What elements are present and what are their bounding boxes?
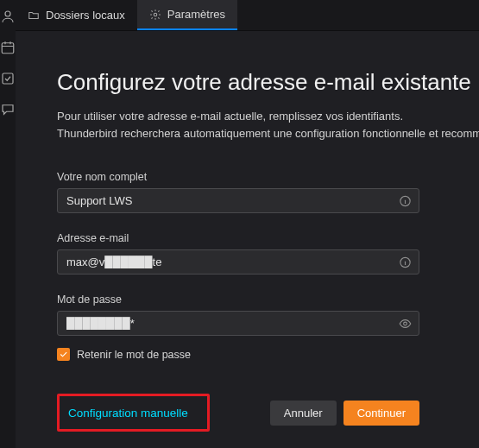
info-icon[interactable] [399,194,412,207]
field-email: Adresse e-mail [57,232,419,274]
tab-label: Paramètres [167,8,225,21]
content: Configurez votre adresse e-mail existant… [16,31,479,448]
full-name-input[interactable] [57,188,419,213]
description-line: Pour utiliser votre adresse e-mail actue… [57,108,479,125]
cancel-button[interactable]: Annuler [270,401,337,426]
tab-settings[interactable]: Paramètres [137,0,237,30]
gear-icon [149,9,161,21]
email-label: Adresse e-mail [57,232,419,244]
checkbox-checked-icon[interactable] [57,348,70,361]
manual-config-link[interactable]: Configuration manuelle [68,407,188,420]
tabbar: Dossiers locaux Paramètres [16,0,479,31]
folder-icon [28,9,40,22]
activity-rail [0,0,16,448]
svg-rect-1 [2,43,14,54]
password-label: Mot de passe [57,293,419,306]
main-area: Dossiers locaux Paramètres Configurez vo… [16,0,479,448]
manual-config-highlight: Configuration manuelle [57,394,210,432]
tasks-icon[interactable] [0,71,16,86]
chat-icon[interactable] [0,102,16,117]
tab-label: Dossiers locaux [46,9,125,22]
full-name-label: Votre nom complet [57,171,419,183]
field-full-name: Votre nom complet [57,171,419,213]
info-icon[interactable] [399,256,412,268]
remember-password-label: Retenir le mot de passe [77,349,191,361]
continue-button[interactable]: Continuer [343,401,419,426]
page-title: Configurez votre adresse e-mail existant… [57,69,479,96]
eye-icon[interactable] [399,317,412,330]
remember-password-row[interactable]: Retenir le mot de passe [57,348,479,361]
tab-local-folders[interactable]: Dossiers locaux [16,0,137,30]
actions-row: Configuration manuelle Annuler Continuer [57,394,419,432]
field-password: Mot de passe [57,293,419,336]
page-description: Pour utiliser votre adresse e-mail actue… [57,108,479,142]
email-input[interactable] [57,249,419,274]
password-input[interactable] [57,311,419,336]
svg-rect-2 [3,73,13,84]
svg-point-0 [5,11,10,16]
calendar-icon[interactable] [0,40,16,55]
description-line: Thunderbird recherchera automatiquement … [57,125,479,142]
svg-point-7 [404,322,407,325]
svg-point-3 [154,13,157,16]
person-icon[interactable] [0,9,16,24]
